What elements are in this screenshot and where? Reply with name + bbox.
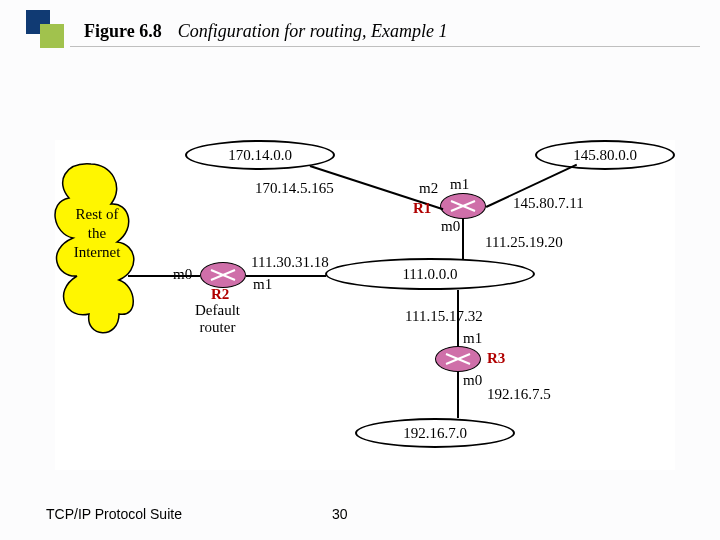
addr-r1-n111: 111.25.19.20	[485, 234, 563, 251]
label-r2: R2	[211, 286, 229, 303]
iface-r1-m1: m1	[450, 176, 469, 193]
net-170-14-label: 170.14.0.0	[228, 147, 292, 164]
router-r2	[200, 262, 246, 288]
net-111-label: 111.0.0.0	[402, 266, 457, 283]
cloud-label: Rest of the Internet	[67, 205, 127, 261]
net-145-80-label: 145.80.0.0	[573, 147, 637, 164]
iface-r3-m0: m0	[463, 372, 482, 389]
iface-r3-m1: m1	[463, 330, 482, 347]
addr-n111-r3: 111.15.17.32	[405, 308, 483, 325]
logo-square-green	[40, 24, 64, 48]
addr-r2-n111: 111.30.31.18	[251, 254, 329, 271]
iface-r1-m2: m2	[419, 180, 438, 197]
router-icon	[206, 266, 240, 284]
router-r3	[435, 346, 481, 372]
net-111: 111.0.0.0	[325, 258, 535, 290]
addr-r3-n192: 192.16.7.5	[487, 386, 551, 403]
footer-text: TCP/IP Protocol Suite	[46, 506, 182, 522]
net-192-16-label: 192.16.7.0	[403, 425, 467, 442]
header-logo	[26, 10, 68, 52]
label-r3: R3	[487, 350, 505, 367]
label-r1: R1	[413, 200, 431, 217]
link-r3-n192	[457, 372, 459, 418]
header-rule	[70, 46, 700, 47]
addr-145-r1: 145.80.7.11	[513, 195, 584, 212]
router-icon	[441, 350, 475, 368]
page-number: 30	[332, 506, 348, 522]
router-r1	[440, 193, 486, 219]
iface-r1-m0: m0	[441, 218, 460, 235]
figure-number: Figure 6.8	[84, 21, 162, 42]
link-r1-n111	[462, 219, 464, 259]
router-icon	[446, 197, 480, 215]
label-default-router: Default router	[195, 302, 240, 337]
iface-r2-m1: m1	[253, 276, 272, 293]
figure-title: Configuration for routing, Example 1	[178, 21, 448, 42]
net-145-80: 145.80.0.0	[535, 140, 675, 170]
net-192-16: 192.16.7.0	[355, 418, 515, 448]
addr-170-r1: 170.14.5.165	[255, 180, 334, 197]
iface-r2-m0: m0	[173, 266, 192, 283]
network-diagram: Rest of the Internet 170.14.0.0 145.80.0…	[55, 140, 675, 470]
